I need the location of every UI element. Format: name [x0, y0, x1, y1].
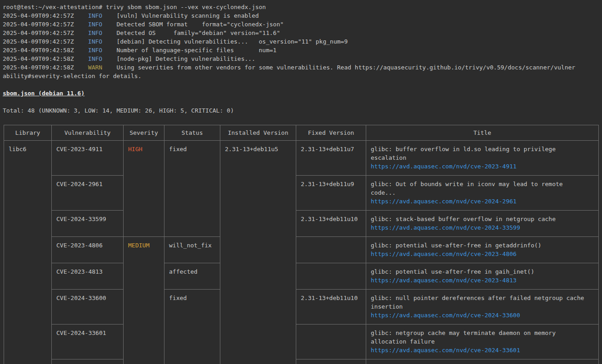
- vulnerability-link[interactable]: https://avd.aquasec.com/nvd/cve-2024-336…: [371, 346, 594, 354]
- cell-vulnerability: [52, 359, 124, 364]
- log-level: INFO: [88, 38, 117, 45]
- log-line: 2025-04-09T09:42:58Z INFO [node-pkg] Det…: [3, 54, 599, 63]
- table-row: CVE-2024-33601glibc: netgroup cache may …: [4, 325, 599, 359]
- table-row: CVE-2024-335992.31-13+deb11u10glibc: sta…: [4, 211, 599, 237]
- shell-prompt: root@test:~/vex-attestation#: [3, 4, 102, 10]
- table-row: CVE-2023-4806MEDIUMwill_not_fixglibc: po…: [4, 237, 599, 263]
- column-header-vulnerability: Vulnerability: [52, 125, 124, 141]
- table-row: libc6CVE-2023-4911HIGHfixed2.31-13+deb11…: [4, 141, 599, 176]
- log-message: Number of language-specific files num=1: [116, 47, 276, 54]
- log-message: Detected SBOM format format="cyclonedx-j…: [116, 21, 284, 28]
- column-header-installed-version: Installed Version: [220, 125, 296, 141]
- title-text: glibc: potential use-after-free in getad…: [371, 241, 594, 250]
- cell-title: glibc: potential use-after-free in getad…: [366, 237, 599, 263]
- cell-library: libc6: [4, 141, 52, 364]
- cell-fixed-version: [296, 325, 366, 359]
- cell-severity: MEDIUM: [124, 237, 164, 364]
- column-header-status: Status: [164, 125, 220, 141]
- cell-vulnerability: CVE-2024-33599: [52, 211, 124, 237]
- log-line: 2025-04-09T09:42:57Z INFO [debian] Detec…: [3, 37, 599, 46]
- log-line: 2025-04-09T09:42:57Z INFO Detected OS fa…: [3, 29, 599, 37]
- log-line: 2025-04-09T09:42:58Z INFO Number of lang…: [3, 46, 599, 54]
- fixed-version-text: 2.31-13+deb11u9: [301, 180, 361, 188]
- cell-fixed-version: 2.31-13+deb11u10: [296, 211, 366, 237]
- log-timestamp: 2025-04-09T09:42:57Z: [3, 38, 88, 45]
- log-level: INFO: [88, 47, 117, 54]
- vulnerability-text: CVE-2024-33600: [56, 294, 119, 302]
- vulnerability-link[interactable]: https://avd.aquasec.com/nvd/cve-2023-480…: [371, 250, 594, 258]
- terminal-window[interactable]: { "colors": { "background": "#2c2c2c", "…: [0, 0, 602, 364]
- table-header-row: LibraryVulnerabilitySeverityStatusInstal…: [4, 125, 599, 141]
- status-text: fixed: [169, 145, 215, 153]
- cell-vulnerability: CVE-2023-4911: [52, 141, 124, 176]
- log-level: INFO: [88, 12, 117, 19]
- vulnerability-summary: Total: 48 (UNKNOWN: 3, LOW: 14, MEDIUM: …: [3, 106, 599, 115]
- cell-installed-version: 2.31-13+deb11u5: [220, 141, 296, 364]
- cell-status: fixed: [164, 141, 220, 237]
- library-text: libc6: [9, 145, 47, 153]
- cell-status: will_not_fix: [164, 237, 220, 263]
- log-output: 2025-04-09T09:42:57Z INFO [vuln] Vulnera…: [3, 11, 599, 80]
- cell-title: glibc: null pointer dereferences after f…: [366, 290, 599, 325]
- log-line: 2025-04-09T09:42:57Z INFO [vuln] Vulnera…: [3, 11, 599, 20]
- table-row: CVE-2023-4813affectedglibc: potential us…: [4, 263, 599, 290]
- cell-vulnerability: CVE-2023-4806: [52, 237, 124, 263]
- command-line: root@test:~/vex-attestation# trivy sbom …: [3, 3, 599, 11]
- log-message: Detected OS family="debian" version="11.…: [116, 30, 280, 36]
- cell-fixed-version: 2.31-13+deb11u7: [296, 141, 366, 176]
- log-timestamp: 2025-04-09T09:42:58Z: [3, 47, 88, 54]
- log-level: INFO: [88, 55, 117, 62]
- prompt-space: [102, 4, 106, 10]
- title-text: glibc: stack-based buffer overflow in ne…: [371, 215, 594, 223]
- cell-title: glibc: stack-based buffer overflow in ne…: [366, 211, 599, 237]
- log-line: 2025-04-09T09:42:57Z INFO Detected SBOM …: [3, 20, 599, 29]
- vulnerability-link[interactable]: https://avd.aquasec.com/nvd/cve-2023-491…: [371, 162, 594, 171]
- cell-vulnerability: CVE-2024-33600: [52, 290, 124, 325]
- vulnerability-link[interactable]: https://avd.aquasec.com/nvd/cve-2023-481…: [371, 276, 594, 285]
- cell-status: fixed: [164, 290, 220, 364]
- status-text: will_not_fix: [169, 241, 215, 250]
- log-message: Using severities from other vendors for …: [116, 64, 575, 71]
- vulnerability-text: CVE-2023-4806: [56, 241, 119, 250]
- table-header: LibraryVulnerabilitySeverityStatusInstal…: [4, 125, 599, 141]
- log-timestamp: 2025-04-09T09:42:57Z: [3, 12, 88, 19]
- cell-title: [366, 359, 599, 364]
- cell-title: glibc: netgroup cache may terminate daem…: [366, 325, 599, 359]
- report-target-heading: sbom.json (debian 11.6): [3, 89, 599, 98]
- severity-text: MEDIUM: [128, 241, 159, 250]
- cell-fixed-version: [296, 263, 366, 290]
- vulnerability-link[interactable]: https://avd.aquasec.com/nvd/cve-2024-296…: [371, 197, 594, 206]
- title-text: glibc: potential use-after-free in gaih_…: [371, 267, 594, 276]
- log-message: ability#severity-selection for details.: [3, 73, 141, 79]
- log-timestamp: 2025-04-09T09:42:58Z: [3, 64, 88, 71]
- cell-title: glibc: buffer overflow in ld.so leading …: [366, 141, 599, 176]
- log-line: ability#severity-selection for details.: [3, 72, 599, 80]
- title-text: glibc: buffer overflow in ld.so leading …: [371, 145, 594, 162]
- title-text: glibc: Out of bounds write in iconv may …: [371, 180, 594, 197]
- table-row: CVE-2024-33600fixed2.31-13+deb11u10glibc…: [4, 290, 599, 325]
- column-header-title: Title: [366, 125, 599, 141]
- log-message: [node-pkg] Detecting vulnerabilities...: [116, 55, 255, 62]
- fixed-version-text: 2.31-13+deb11u10: [301, 215, 361, 223]
- log-level: INFO: [88, 30, 117, 36]
- cell-vulnerability: CVE-2024-2961: [52, 176, 124, 211]
- cell-status: affected: [164, 263, 220, 290]
- cell-title: glibc: Out of bounds write in iconv may …: [366, 176, 599, 211]
- log-level: WARN: [88, 64, 117, 71]
- vulnerability-text: CVE-2023-4813: [56, 267, 119, 276]
- vulnerability-link[interactable]: https://avd.aquasec.com/nvd/cve-2024-336…: [371, 311, 594, 320]
- table-row: CVE-2024-29612.31-13+deb11u9glibc: Out o…: [4, 176, 599, 211]
- log-line: 2025-04-09T09:42:58Z WARN Using severiti…: [3, 63, 599, 72]
- severity-text: HIGH: [128, 145, 159, 153]
- column-header-library: Library: [4, 125, 52, 141]
- cell-fixed-version: 2.31-13+deb11u9: [296, 176, 366, 211]
- fixed-version-text: 2.31-13+deb11u10: [301, 294, 361, 302]
- cell-fixed-version: [296, 359, 366, 364]
- log-timestamp: 2025-04-09T09:42:57Z: [3, 30, 88, 36]
- vulnerability-text: CVE-2024-2961: [56, 180, 119, 188]
- vulnerability-link[interactable]: https://avd.aquasec.com/nvd/cve-2024-335…: [371, 223, 594, 232]
- log-message: [vuln] Vulnerability scanning is enabled: [116, 12, 259, 19]
- log-level: INFO: [88, 21, 117, 28]
- cell-title: glibc: potential use-after-free in gaih_…: [366, 263, 599, 290]
- status-text: fixed: [169, 294, 215, 302]
